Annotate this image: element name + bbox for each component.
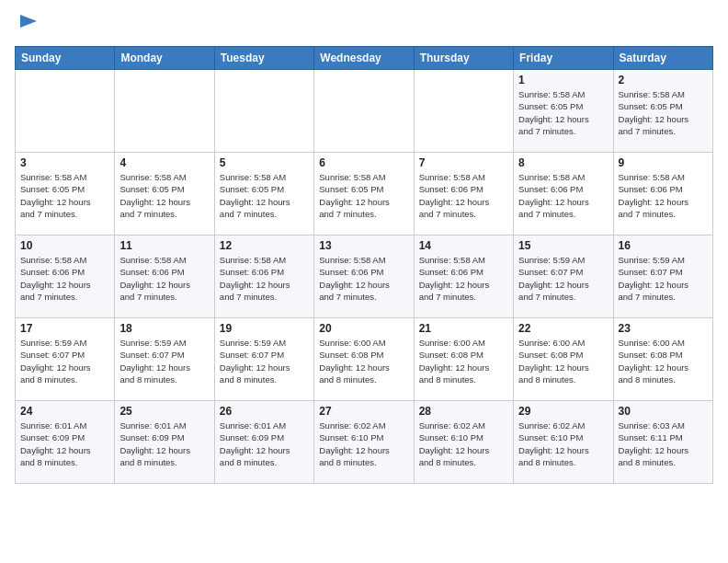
day-number: 25 [119, 405, 209, 418]
day-cell: 16Sunrise: 5:59 AM Sunset: 6:07 PM Dayli… [613, 236, 712, 318]
day-cell: 28Sunrise: 6:02 AM Sunset: 6:10 PM Dayli… [414, 401, 513, 484]
weekday-header-thursday: Thursday [414, 47, 513, 70]
day-cell: 23Sunrise: 6:00 AM Sunset: 6:08 PM Dayli… [613, 318, 712, 401]
day-number: 20 [319, 322, 408, 335]
day-number: 3 [20, 156, 109, 169]
day-number: 13 [319, 239, 408, 252]
day-number: 17 [20, 322, 109, 335]
day-info: Sunrise: 6:01 AM Sunset: 6:09 PM Dayligh… [220, 419, 309, 468]
day-number: 24 [20, 405, 109, 418]
day-cell: 2Sunrise: 5:58 AM Sunset: 6:05 PM Daylig… [613, 70, 712, 153]
day-cell: 19Sunrise: 5:59 AM Sunset: 6:07 PM Dayli… [214, 318, 313, 401]
day-info: Sunrise: 5:58 AM Sunset: 6:06 PM Dayligh… [419, 171, 508, 220]
weekday-header-wednesday: Wednesday [314, 47, 414, 70]
day-info: Sunrise: 5:58 AM Sunset: 6:06 PM Dayligh… [319, 254, 408, 303]
weekday-header-friday: Friday [514, 47, 613, 70]
day-info: Sunrise: 5:58 AM Sunset: 6:05 PM Dayligh… [518, 88, 608, 137]
day-cell: 7Sunrise: 5:58 AM Sunset: 6:06 PM Daylig… [414, 153, 513, 236]
day-number: 22 [518, 322, 608, 335]
week-row-3: 10Sunrise: 5:58 AM Sunset: 6:06 PM Dayli… [16, 236, 713, 318]
day-cell: 3Sunrise: 5:58 AM Sunset: 6:05 PM Daylig… [16, 153, 115, 236]
day-number: 23 [619, 322, 708, 335]
day-info: Sunrise: 6:02 AM Sunset: 6:10 PM Dayligh… [419, 419, 508, 468]
day-cell: 29Sunrise: 6:02 AM Sunset: 6:10 PM Dayli… [514, 401, 613, 484]
day-info: Sunrise: 6:00 AM Sunset: 6:08 PM Dayligh… [319, 337, 408, 385]
day-cell: 12Sunrise: 5:58 AM Sunset: 6:06 PM Dayli… [214, 236, 313, 318]
day-number: 29 [518, 405, 608, 418]
day-number: 9 [619, 156, 708, 169]
day-info: Sunrise: 6:00 AM Sunset: 6:08 PM Dayligh… [419, 337, 508, 385]
day-cell: 5Sunrise: 5:58 AM Sunset: 6:05 PM Daylig… [214, 153, 313, 236]
day-number: 26 [220, 405, 309, 418]
day-cell: 18Sunrise: 5:59 AM Sunset: 6:07 PM Dayli… [115, 318, 214, 401]
day-info: Sunrise: 5:59 AM Sunset: 6:07 PM Dayligh… [518, 254, 608, 303]
day-cell [214, 70, 313, 153]
day-info: Sunrise: 6:03 AM Sunset: 6:11 PM Dayligh… [619, 419, 708, 468]
day-cell: 13Sunrise: 5:58 AM Sunset: 6:06 PM Dayli… [314, 236, 414, 318]
day-cell: 27Sunrise: 6:02 AM Sunset: 6:10 PM Dayli… [314, 401, 414, 484]
day-cell [115, 70, 214, 153]
day-cell: 14Sunrise: 5:58 AM Sunset: 6:06 PM Dayli… [414, 236, 513, 318]
day-info: Sunrise: 5:58 AM Sunset: 6:05 PM Dayligh… [119, 171, 209, 220]
page-header [15, 15, 713, 35]
day-number: 8 [518, 156, 608, 169]
day-number: 15 [518, 239, 608, 252]
day-cell: 6Sunrise: 5:58 AM Sunset: 6:05 PM Daylig… [314, 153, 414, 236]
day-number: 28 [419, 405, 508, 418]
day-number: 2 [619, 74, 708, 86]
day-info: Sunrise: 5:58 AM Sunset: 6:05 PM Dayligh… [220, 171, 309, 220]
day-cell: 11Sunrise: 5:58 AM Sunset: 6:06 PM Dayli… [115, 236, 214, 318]
day-cell: 9Sunrise: 5:58 AM Sunset: 6:06 PM Daylig… [613, 153, 712, 236]
day-cell: 22Sunrise: 6:00 AM Sunset: 6:08 PM Dayli… [514, 318, 613, 401]
day-cell: 25Sunrise: 6:01 AM Sunset: 6:09 PM Dayli… [115, 401, 214, 484]
logo [15, 15, 39, 35]
day-cell: 20Sunrise: 6:00 AM Sunset: 6:08 PM Dayli… [314, 318, 414, 401]
day-info: Sunrise: 5:58 AM Sunset: 6:06 PM Dayligh… [518, 171, 608, 220]
day-info: Sunrise: 5:59 AM Sunset: 6:07 PM Dayligh… [220, 337, 309, 385]
day-info: Sunrise: 6:01 AM Sunset: 6:09 PM Dayligh… [119, 419, 209, 468]
weekday-header-monday: Monday [115, 47, 214, 70]
day-cell: 30Sunrise: 6:03 AM Sunset: 6:11 PM Dayli… [613, 401, 712, 484]
day-cell [314, 70, 414, 153]
day-cell [16, 70, 115, 153]
day-cell: 21Sunrise: 6:00 AM Sunset: 6:08 PM Dayli… [414, 318, 513, 401]
day-number: 19 [220, 322, 309, 335]
day-info: Sunrise: 5:58 AM Sunset: 6:06 PM Dayligh… [619, 171, 708, 220]
day-info: Sunrise: 5:58 AM Sunset: 6:05 PM Dayligh… [20, 171, 109, 220]
day-number: 1 [518, 74, 608, 86]
day-info: Sunrise: 6:00 AM Sunset: 6:08 PM Dayligh… [619, 337, 708, 385]
day-number: 21 [419, 322, 508, 335]
day-cell: 10Sunrise: 5:58 AM Sunset: 6:06 PM Dayli… [16, 236, 115, 318]
day-info: Sunrise: 6:00 AM Sunset: 6:08 PM Dayligh… [518, 337, 608, 385]
logo-arrow-icon [18, 11, 39, 31]
day-number: 18 [119, 322, 209, 335]
day-cell: 8Sunrise: 5:58 AM Sunset: 6:06 PM Daylig… [514, 153, 613, 236]
day-info: Sunrise: 5:58 AM Sunset: 6:05 PM Dayligh… [319, 171, 408, 220]
calendar-table: SundayMondayTuesdayWednesdayThursdayFrid… [15, 46, 713, 484]
week-row-1: 1Sunrise: 5:58 AM Sunset: 6:05 PM Daylig… [16, 70, 713, 153]
svg-marker-0 [20, 15, 37, 28]
week-row-5: 24Sunrise: 6:01 AM Sunset: 6:09 PM Dayli… [16, 401, 713, 484]
day-cell: 24Sunrise: 6:01 AM Sunset: 6:09 PM Dayli… [16, 401, 115, 484]
day-number: 27 [319, 405, 408, 418]
day-cell: 15Sunrise: 5:59 AM Sunset: 6:07 PM Dayli… [514, 236, 613, 318]
day-info: Sunrise: 6:01 AM Sunset: 6:09 PM Dayligh… [20, 419, 109, 468]
day-number: 14 [419, 239, 508, 252]
day-number: 30 [619, 405, 708, 418]
day-info: Sunrise: 5:59 AM Sunset: 6:07 PM Dayligh… [619, 254, 708, 303]
day-info: Sunrise: 6:02 AM Sunset: 6:10 PM Dayligh… [319, 419, 408, 468]
day-cell [414, 70, 513, 153]
day-info: Sunrise: 5:59 AM Sunset: 6:07 PM Dayligh… [119, 337, 209, 385]
day-number: 11 [119, 239, 209, 252]
day-cell: 4Sunrise: 5:58 AM Sunset: 6:05 PM Daylig… [115, 153, 214, 236]
day-number: 12 [220, 239, 309, 252]
week-row-4: 17Sunrise: 5:59 AM Sunset: 6:07 PM Dayli… [16, 318, 713, 401]
weekday-header-tuesday: Tuesday [214, 47, 313, 70]
day-info: Sunrise: 5:58 AM Sunset: 6:06 PM Dayligh… [220, 254, 309, 303]
day-number: 6 [319, 156, 408, 169]
day-info: Sunrise: 5:58 AM Sunset: 6:06 PM Dayligh… [119, 254, 209, 303]
day-info: Sunrise: 5:58 AM Sunset: 6:06 PM Dayligh… [419, 254, 508, 303]
day-number: 4 [119, 156, 209, 169]
day-info: Sunrise: 6:02 AM Sunset: 6:10 PM Dayligh… [518, 419, 608, 468]
weekday-header-sunday: Sunday [16, 47, 115, 70]
